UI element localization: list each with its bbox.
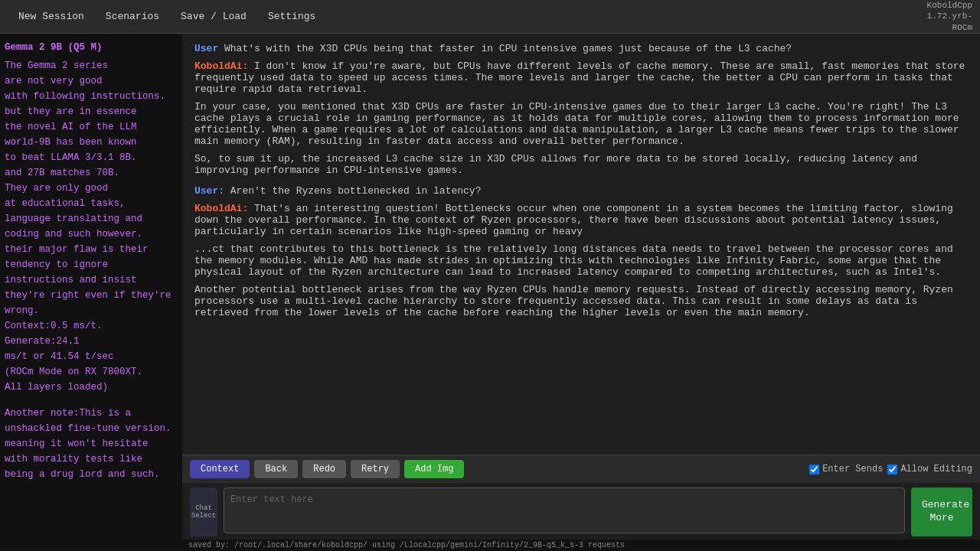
message-4: KoboldAi: That's an interesting question… [194, 203, 968, 318]
retry-button[interactable]: Retry [351, 460, 400, 478]
sidebar-info-text: The Gemma 2 series are not very good wit… [5, 58, 178, 395]
enter-sends-group: Enter Sends [809, 464, 883, 474]
redo-button[interactable]: Redo [302, 460, 346, 478]
scenarios-button[interactable]: Scenarios [95, 6, 170, 27]
enter-sends-label: Enter Sends [822, 464, 883, 474]
allow-editing-group: Allow Editing [887, 464, 972, 474]
allow-editing-checkbox[interactable] [887, 465, 897, 474]
ai-label-2: KoboldAi: [194, 203, 254, 214]
new-session-button[interactable]: New Session [8, 6, 95, 27]
user-text-2: Aren't the Ryzens bottlenecked in latenc… [230, 185, 482, 197]
message-1: User What's with the X3D CPUs being that… [194, 43, 968, 54]
ai-label-1: KoboldAi: [194, 60, 254, 72]
back-button[interactable]: Back [254, 460, 298, 478]
user-label-1: User [194, 43, 224, 54]
top-navigation: New Session Scenarios Save / Load Settin… [0, 0, 980, 34]
left-sidebar: Gemma 2 9B (Q5 M) The Gemma 2 series are… [0, 34, 182, 551]
context-button[interactable]: Context [190, 460, 250, 478]
chat-input-wrap [224, 487, 905, 536]
main-layout: Gemma 2 9B (Q5 M) The Gemma 2 series are… [0, 34, 980, 551]
chat-input[interactable] [224, 487, 905, 533]
message-3: User: Aren't the Ryzens bottlenecked in … [194, 185, 968, 197]
input-area: Chat Select Generate More [182, 483, 980, 540]
settings-button[interactable]: Settings [257, 6, 326, 27]
model-title: Gemma 2 9B (Q5 M) [5, 40, 178, 55]
ai-text-1b: In your case, you mentioned that X3D CPU… [194, 101, 968, 147]
chat-area: User What's with the X3D CPUs being that… [182, 34, 980, 551]
toolbar: Context Back Redo Retry Add Img Enter Se… [182, 455, 980, 483]
user-text-1: What's with the X3D CPUs being that fast… [224, 43, 792, 54]
ai-text-1: I don't know if you're aware, but CPUs h… [194, 60, 965, 95]
save-load-button[interactable]: Save / Load [170, 6, 257, 27]
avatar: Chat Select [190, 487, 217, 536]
ai-text-2: That's an interesting question! Bottlene… [194, 203, 953, 237]
brand-info: KoboldCpp 1.72.yrb- ROCm [927, 0, 972, 33]
user-label-2: User: [194, 185, 230, 197]
enter-sends-checkbox[interactable] [809, 465, 819, 474]
ai-text-2b: ...ct that contributes to this bottlenec… [194, 243, 968, 278]
note-section: Another note:This is a unshackled fine-t… [5, 406, 178, 482]
chat-messages[interactable]: User What's with the X3D CPUs being that… [182, 34, 980, 455]
ai-text-1c: So, to sum it up, the increased L3 cache… [194, 153, 968, 176]
add-img-button[interactable]: Add Img [404, 460, 464, 478]
generate-more-button[interactable]: Generate More [911, 487, 972, 536]
message-2: KoboldAi: I don't know if you're aware, … [194, 60, 968, 176]
allow-editing-label: Allow Editing [900, 464, 972, 474]
status-bar: saved by: /root/.local/share/koboldcpp/ … [182, 540, 980, 551]
ai-text-2c: Another potential bottleneck arises from… [194, 284, 968, 318]
